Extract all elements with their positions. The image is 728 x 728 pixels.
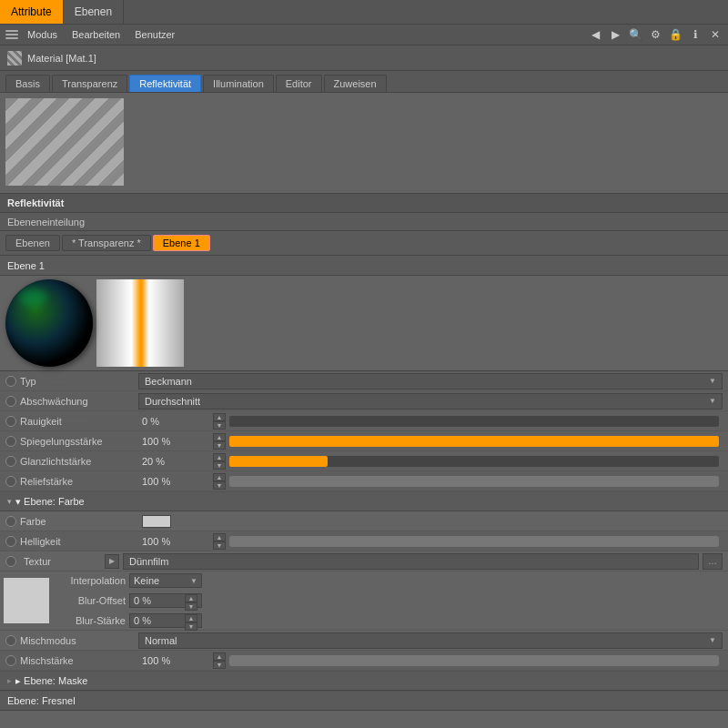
textur-menu-btn[interactable]: … — [703, 553, 723, 570]
farbe-color-swatch[interactable] — [142, 515, 171, 528]
prop-textur: Textur ······ ▶ Dünnfilm … — [0, 551, 728, 571]
layer-tab-transparenz[interactable]: * Transparenz * — [62, 235, 151, 251]
menu-benutzer[interactable]: Benutzer — [127, 25, 182, 45]
tab-attribute[interactable]: Attribute — [0, 0, 64, 24]
interp-fields: Interpolation Keine ▼ Blur-Offset 0 % ▲ … — [53, 571, 728, 630]
layer-tab-ebene1[interactable]: Ebene 1 — [153, 235, 210, 251]
slider-helligkeit[interactable] — [229, 536, 719, 547]
input-blur-offset[interactable]: 0 % ▲ ▼ — [129, 593, 202, 608]
stepper-blur-starke[interactable]: ▲ ▼ — [185, 614, 197, 627]
stepper-up[interactable]: ▲ — [213, 433, 226, 441]
stepper-up[interactable]: ▲ — [213, 533, 226, 541]
section-ebene-fresnel[interactable]: Ebene: Fresnel — [0, 691, 728, 711]
stepper-up[interactable]: ▲ — [213, 652, 226, 661]
prop-dot-spiegelung[interactable] — [5, 436, 16, 447]
layer-gradient-preview — [96, 279, 184, 367]
stepper-rauigkeit[interactable]: ▲ ▼ — [213, 413, 226, 430]
tab-reflektivitat[interactable]: Reflektivität — [129, 75, 201, 92]
stepper-glanzlicht[interactable]: ▲ ▼ — [213, 453, 226, 470]
stepper-down[interactable]: ▼ — [213, 481, 226, 490]
stepper-spiegelung[interactable]: ▲ ▼ — [213, 433, 226, 450]
arrow-left-icon[interactable]: ◀ — [586, 25, 604, 44]
menubar-right-icons: ◀ ▶ 🔍 ⚙ 🔒 ℹ ✕ — [586, 25, 724, 44]
info-icon[interactable]: ℹ — [686, 25, 704, 44]
textur-expand-btn[interactable]: ▶ — [105, 554, 119, 569]
slider-mischstarke[interactable] — [229, 655, 719, 666]
prop-spiegelungsstarke: Spiegelungsstärke 100 % ▲ ▼ — [0, 431, 728, 451]
prop-rauigkeit: Rauigkeit ······· 0 % ▲ ▼ — [0, 411, 728, 431]
menu-bearbeiten[interactable]: Bearbeiten — [65, 25, 127, 45]
prop-dot-mischmodus[interactable] — [5, 635, 16, 646]
ebene-header: Ebene 1 — [0, 256, 728, 276]
dropdown-typ[interactable]: Beckmann ▼ — [138, 373, 723, 389]
dropdown-abschwachung[interactable]: Durchschnitt ▼ — [138, 393, 723, 410]
menu-modus[interactable]: Modus — [20, 25, 65, 45]
stepper-up[interactable]: ▲ — [213, 413, 226, 421]
tab-basis[interactable]: Basis — [5, 75, 50, 92]
textur-label: Textur — [24, 556, 78, 567]
stepper-mischstarke[interactable]: ▲ ▼ — [213, 652, 226, 669]
dropdown-mischmodus[interactable]: Normal ▼ — [138, 632, 723, 649]
stepper-up[interactable]: ▲ — [213, 453, 226, 461]
section-ebene-farbe[interactable]: ▾ ▾ Ebene: Farbe — [0, 491, 728, 511]
input-blur-starke[interactable]: 0 % ▲ ▼ — [129, 613, 202, 628]
gear-icon[interactable]: ⚙ — [646, 25, 664, 44]
prop-typ: Typ ············· Beckmann ▼ — [0, 371, 728, 391]
prop-dot-abschwachung[interactable] — [5, 396, 16, 407]
preview-area — [0, 93, 728, 193]
stepper-down[interactable]: ▼ — [213, 441, 226, 450]
sub-tab-bar: Basis Transparenz Reflektivität Illumina… — [0, 71, 728, 93]
chevron-down-icon: ▼ — [709, 636, 716, 644]
stepper-reliefstarke[interactable]: ▲ ▼ — [213, 473, 226, 490]
slider-spiegelung[interactable] — [229, 436, 719, 447]
material-preview-icon — [7, 51, 22, 66]
prop-dot-mischstarke[interactable] — [5, 655, 16, 666]
prop-dot-rauigkeit[interactable] — [5, 416, 16, 427]
tab-editor[interactable]: Editor — [276, 75, 322, 92]
hamburger-menu-icon[interactable] — [4, 26, 20, 43]
prop-dot-typ[interactable] — [5, 376, 16, 387]
stepper-up[interactable]: ▲ — [213, 473, 226, 481]
tab-illumination[interactable]: Illumination — [203, 75, 274, 92]
prop-glanzlicht: Glanzlichtstärke 20 % ▲ ▼ — [0, 451, 728, 471]
tab-zuweisen[interactable]: Zuweisen — [324, 75, 387, 92]
prop-dot-glanzlicht[interactable] — [5, 456, 16, 467]
top-tab-bar: Attribute Ebenen — [0, 0, 728, 24]
arrow-right-icon[interactable]: ▶ — [606, 25, 624, 44]
input-interpolation[interactable]: Keine ▼ — [129, 573, 202, 588]
prop-dot-textur — [5, 556, 16, 567]
slider-reliefstarke[interactable] — [229, 476, 719, 487]
stepper-down[interactable]: ▼ — [185, 622, 197, 631]
layer-tab-ebenen[interactable]: Ebenen — [5, 235, 60, 251]
layer-sphere-preview — [5, 279, 93, 367]
stepper-blur-offset[interactable]: ▲ ▼ — [185, 594, 197, 607]
prop-mischstarke: Mischstärke 100 % ▲ ▼ — [0, 651, 728, 671]
slider-glanzlicht[interactable] — [229, 456, 719, 467]
interp-section: Interpolation Keine ▼ Blur-Offset 0 % ▲ … — [0, 571, 728, 631]
stepper-down[interactable]: ▼ — [213, 421, 226, 430]
tab-ebenen[interactable]: Ebenen — [64, 0, 124, 24]
section-ebene-maske[interactable]: ▸ ▸ Ebene: Maske — [0, 671, 728, 691]
stepper-down[interactable]: ▼ — [213, 461, 226, 470]
slider-rauigkeit[interactable] — [229, 416, 719, 427]
tab-transparenz[interactable]: Transparenz — [52, 75, 127, 92]
stepper-down[interactable]: ▼ — [185, 602, 197, 611]
lock-icon[interactable]: 🔒 — [666, 25, 684, 44]
prop-dot-helligkeit[interactable] — [5, 536, 16, 547]
prop-dot-reliefstarke[interactable] — [5, 476, 16, 487]
stepper-down[interactable]: ▼ — [213, 541, 226, 550]
prop-dot-farbe[interactable] — [5, 516, 16, 527]
stepper-helligkeit[interactable]: ▲ ▼ — [213, 533, 226, 550]
material-thumbnail — [5, 98, 124, 186]
material-titlebar: Material [Mat.1] — [0, 46, 728, 71]
stepper-down[interactable]: ▼ — [213, 661, 226, 669]
search-icon[interactable]: 🔍 — [626, 25, 644, 44]
stepper-up[interactable]: ▲ — [185, 594, 197, 602]
material-title: Material [Mat.1] — [27, 53, 96, 64]
close-icon[interactable]: ✕ — [706, 25, 724, 44]
interp-field-row-blur-offset: Blur-Offset 0 % ▲ ▼ — [53, 592, 728, 610]
chevron-down-icon: ▼ — [709, 397, 716, 405]
stepper-up[interactable]: ▲ — [185, 614, 197, 622]
interp-thumbnail — [4, 578, 49, 623]
chevron-down-icon: ▼ — [709, 377, 716, 385]
